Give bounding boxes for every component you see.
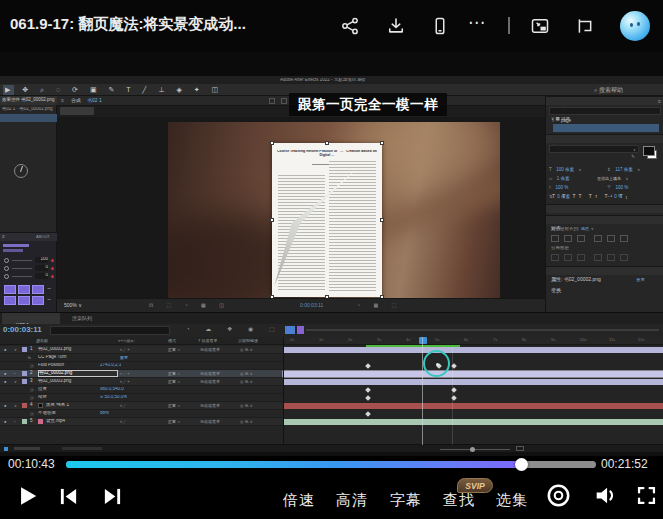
pip-icon[interactable] xyxy=(530,16,550,36)
viewer-option-button-2[interactable] xyxy=(281,98,287,104)
property-value[interactable]: ∞ 50.0,50.0% xyxy=(100,395,127,400)
viewer-comp-subtab[interactable]: 书02 1 xyxy=(60,107,94,115)
property-row-scale[interactable]: ◷ 缩放 ∞ 50.0,50.0% xyxy=(0,394,283,402)
time-navigator-marker[interactable] xyxy=(297,326,304,334)
column-matte[interactable]: T 轨道遮罩 xyxy=(198,339,217,343)
timeline-comp-tab[interactable]: ◳ 书02 1 ≡ xyxy=(2,313,60,324)
align-left-button[interactable] xyxy=(551,235,559,242)
slider-knob[interactable] xyxy=(4,258,9,263)
selection-handle[interactable] xyxy=(325,295,329,298)
column-source-name[interactable]: 源名称 xyxy=(36,339,48,343)
anchor-grid-button-3[interactable] xyxy=(32,285,44,294)
property-name[interactable]: 不透明度 xyxy=(38,411,88,416)
plugin-slider-2[interactable]: 0 xyxy=(0,265,57,272)
effects-item-cc-page-turn[interactable]: ▦ CC Page Turn xyxy=(553,124,659,132)
search-help-label[interactable]: ⌕ 搜索帮助 xyxy=(594,87,623,94)
track-matte-dropdown[interactable]: 无轨道遮罩 xyxy=(200,420,236,424)
quality-button[interactable]: 高清 xyxy=(336,491,368,510)
zoom-level-dropdown[interactable]: 500% ∨ xyxy=(64,303,82,309)
keyframe[interactable] xyxy=(365,363,371,369)
paper-layer[interactable]: Course Teaching Reform Practice of "…" C… xyxy=(272,143,382,297)
align-to-row[interactable]: 将图层对齐到: 选区 ∨ xyxy=(551,227,661,232)
layer-switches[interactable]: ♦ ╱ xyxy=(120,420,126,424)
selection-handle[interactable] xyxy=(270,218,274,222)
layer-switches[interactable]: ♦ ╱ ✦ xyxy=(120,380,130,384)
play-icon[interactable] xyxy=(14,483,40,509)
property-value[interactable]: 88% xyxy=(100,411,109,416)
fill-color-swatch[interactable] xyxy=(643,146,655,156)
distribute-button-1[interactable] xyxy=(551,254,559,261)
property-row-position[interactable]: ◷ 位置 960.0,540.0 xyxy=(0,386,283,394)
timeline-search-box[interactable]: ⌕ xyxy=(50,326,170,335)
plugin-curve-icon-2[interactable]: 〜 xyxy=(47,298,51,302)
property-name[interactable]: 位置 xyxy=(38,387,78,392)
property-row-opacity[interactable]: ◷ 不透明度 88% xyxy=(0,410,283,418)
slider-value[interactable]: 0 xyxy=(35,273,48,279)
layer-bar-2-selected[interactable] xyxy=(283,371,663,377)
align-hcenter-button[interactable] xyxy=(564,235,572,242)
label-color-chip[interactable] xyxy=(22,379,27,384)
effect-row-cc-page-turn[interactable]: CC Page Turn 重置 xyxy=(0,114,57,122)
parent-dropdown[interactable]: ◎ 无 ∨ xyxy=(240,404,253,408)
label-color-chip[interactable] xyxy=(22,371,27,376)
property-value[interactable]: 960.0,540.0 xyxy=(100,387,124,392)
layer-switches[interactable]: ♦ ╱ ✦ xyxy=(120,372,130,376)
time-navigator-start[interactable] xyxy=(285,326,295,334)
align-vcenter-button[interactable] xyxy=(607,235,615,242)
layer-name[interactable]: 书02_00001.png xyxy=(38,347,116,352)
font-family-dropdown[interactable]: 微软雅黑 ∨ xyxy=(549,145,639,153)
track-matte-dropdown[interactable]: 无轨道遮罩 xyxy=(200,380,236,384)
track-matte-dropdown[interactable]: 无轨道遮罩 xyxy=(200,348,236,352)
progress-track[interactable] xyxy=(66,461,596,468)
parent-dropdown[interactable]: ◎ 无 ∨ xyxy=(240,372,253,376)
selection-handle[interactable] xyxy=(380,141,384,145)
playhead-line[interactable] xyxy=(422,337,423,445)
panel-menu-icon[interactable]: ≡ xyxy=(658,99,661,105)
plugin-slider-3[interactable]: 0 xyxy=(0,273,57,280)
viewer-render-icons[interactable]: ◔ ▦ ⬚ xyxy=(357,303,402,309)
angle-dial[interactable] xyxy=(14,164,28,178)
layer-row-3[interactable]: ● ∨ 3 书02_00003.png ♦ ╱ ✦ 正常 ∨ 无轨道遮罩 ◎ 无… xyxy=(0,378,283,386)
selection-handle[interactable] xyxy=(270,141,274,145)
blend-mode-dropdown[interactable]: 正常 ∨ xyxy=(168,380,180,384)
effect-reset-link[interactable]: 重置 xyxy=(120,356,128,360)
status-blue-icon[interactable] xyxy=(4,447,8,451)
text-style-buttons[interactable]: T T TT Tᴛ T¹ T₁ xyxy=(552,194,662,200)
expand-arrow-icon[interactable]: › xyxy=(14,420,15,424)
transform-reset-link[interactable]: 重置 xyxy=(636,278,645,283)
layer-bar-5-footage[interactable] xyxy=(283,419,663,425)
eye-icon[interactable]: ● xyxy=(4,420,6,424)
align-right-button[interactable] xyxy=(577,235,585,242)
distribute-button-2[interactable] xyxy=(564,254,572,261)
selection-handle[interactable] xyxy=(380,295,384,298)
property-name[interactable]: Fold Position xyxy=(38,363,94,368)
expand-arrow-icon[interactable]: › xyxy=(14,372,15,376)
stopwatch-icon[interactable]: ◷ xyxy=(30,396,34,400)
selection-handle[interactable] xyxy=(325,141,329,145)
label-color-chip[interactable] xyxy=(22,347,27,352)
distribute-button-4[interactable] xyxy=(594,254,602,261)
slider-knob[interactable] xyxy=(4,266,9,271)
viewer-option-button-1[interactable] xyxy=(269,98,275,104)
anchor-grid-button-6[interactable] xyxy=(32,296,44,305)
properties-panel-header[interactable]: 属性: 书02_00002.png xyxy=(546,266,663,275)
track-matte-dropdown[interactable]: 无轨道遮罩 xyxy=(200,372,236,376)
effect-row-timeline[interactable]: fx CC Page Turn 重置 xyxy=(0,354,283,362)
align-bottom-button[interactable] xyxy=(620,235,628,242)
expand-arrow-icon[interactable]: ∨ xyxy=(14,380,17,384)
layer-name-editing[interactable]: 书02_00002.png xyxy=(38,370,118,377)
ae-tool-icons[interactable]: ▶ ✥ ⌕ ◌ ⟳ ▣ ✎ T ╱ ⊥ ◈ ✦ ◫ xyxy=(5,86,305,94)
layer-bar-3[interactable] xyxy=(283,379,663,385)
expand-arrow-icon[interactable]: ∨ xyxy=(14,348,17,352)
properties-transform-row[interactable]: 变换 重置 xyxy=(551,278,661,296)
layer-row-2-selected[interactable]: ● › 2 书02_00002.png ♦ ╱ ✦ 正常 ∨ 无轨道遮罩 ◎ 无… xyxy=(0,370,283,378)
keyframe[interactable] xyxy=(365,395,371,401)
blend-mode-dropdown[interactable]: 正常 ∨ xyxy=(168,420,180,424)
selection-handle[interactable] xyxy=(270,295,274,298)
layer-bar-4-solid[interactable] xyxy=(283,403,663,409)
comp-name-tab[interactable]: 书02 1 xyxy=(87,98,102,104)
layer-switches[interactable]: ♦ ╱ ✦ xyxy=(120,348,130,352)
distribute-button-5[interactable] xyxy=(607,254,615,261)
panel-menu-icon[interactable]: ≡ xyxy=(2,234,5,240)
effects-presets-header[interactable]: 效果和预设 ≡ xyxy=(546,96,663,105)
